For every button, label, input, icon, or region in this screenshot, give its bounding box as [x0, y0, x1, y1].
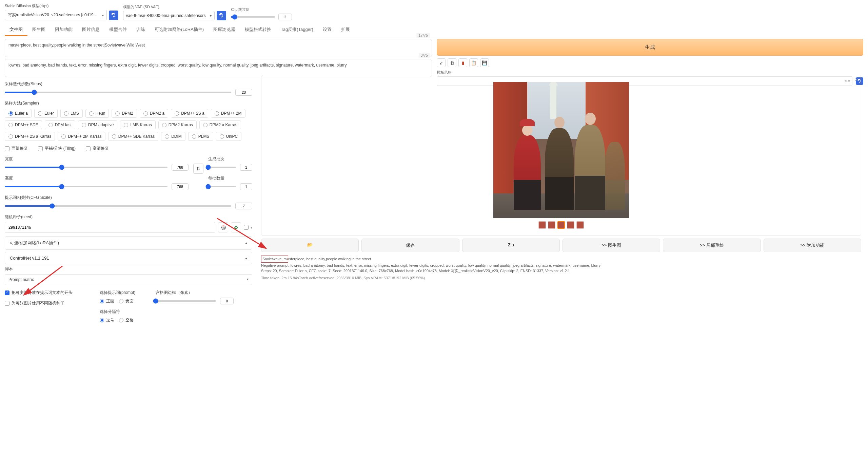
steps-slider[interactable]: [5, 92, 231, 93]
main-tabs: 文生图 图生图 附加功能 图片信息 模型合并 训练 可选附加网络(LoRA插件)…: [5, 24, 863, 36]
thumb-3[interactable]: [557, 221, 565, 229]
pm-positive-radio[interactable]: 正面: [100, 298, 114, 304]
seed-input[interactable]: [5, 222, 215, 233]
sampler-option[interactable]: Euler: [34, 109, 58, 118]
sampler-grid: Euler aEulerLMSHeunDPM2DPM2 aDPM++ 2S aD…: [5, 109, 252, 141]
seed-extra-check[interactable]: ▾: [244, 225, 252, 230]
neg-token-count: 0/75: [419, 53, 430, 58]
tab-tagger[interactable]: Tag反推(Tagger): [276, 24, 318, 36]
seed-random-button[interactable]: 🎲: [218, 222, 228, 232]
sampler-option[interactable]: DPM fast: [45, 120, 75, 129]
sampler-option[interactable]: DPM++ 2S a: [171, 109, 208, 118]
width-value[interactable]: [172, 164, 189, 171]
thumb-5[interactable]: [576, 221, 584, 229]
tab-pnginfo[interactable]: 图片信息: [77, 24, 104, 36]
pm-variable-front-check[interactable]: 把可变部分放在提示词文本的开头: [5, 290, 79, 296]
batch-count-value[interactable]: [240, 164, 252, 171]
tab-img2img[interactable]: 图生图: [27, 24, 50, 36]
output-image[interactable]: [493, 82, 629, 218]
prompt-input[interactable]: masterpiece, best quality,people walking…: [5, 39, 432, 57]
pm-margin-slider[interactable]: [156, 300, 216, 302]
width-slider[interactable]: [5, 167, 167, 168]
controlnet-accordion[interactable]: ControlNet v1.1.191 ◂: [5, 252, 252, 264]
to-extras-button[interactable]: >> 附加功能: [764, 239, 861, 252]
open-folder-button[interactable]: 📂: [261, 239, 359, 252]
pm-negative-radio[interactable]: 负面: [119, 298, 134, 304]
tab-extras[interactable]: 附加功能: [50, 24, 77, 36]
save-button[interactable]: 保存: [361, 239, 459, 252]
pm-margin-label: 宫格图边框（像素）: [156, 290, 234, 296]
vae-refresh-button[interactable]: [217, 11, 226, 20]
sampler-option[interactable]: DPM2 a: [140, 109, 168, 118]
sampler-option[interactable]: DPM2: [112, 109, 137, 118]
lora-accordion[interactable]: 可选附加网络(LoRA插件) ◂: [5, 236, 252, 250]
sampler-option[interactable]: DPM++ 2S a Karras: [5, 132, 55, 141]
save-icon-button[interactable]: 💾: [480, 58, 489, 67]
tab-merge[interactable]: 模型合并: [104, 24, 132, 36]
trash-icon-button[interactable]: 🗑: [448, 58, 456, 67]
clip-label: Clip 跳过层: [231, 7, 292, 12]
thumb-1[interactable]: [538, 221, 546, 229]
batch-count-slider[interactable]: [208, 167, 236, 168]
sampler-option[interactable]: LMS: [60, 109, 83, 118]
batch-size-value[interactable]: [240, 183, 252, 190]
sampler-option[interactable]: DDIM: [161, 132, 185, 141]
tab-lora[interactable]: 可选附加网络(LoRA插件): [150, 24, 209, 36]
tab-train[interactable]: 训练: [132, 24, 150, 36]
pm-margin-value[interactable]: [220, 298, 234, 304]
pm-space-radio[interactable]: 空格: [119, 317, 134, 323]
thumb-4[interactable]: [567, 221, 574, 229]
hires-check[interactable]: 高清修复: [86, 146, 109, 151]
height-slider[interactable]: [5, 186, 167, 187]
sampler-option[interactable]: DPM++ 2M Karras: [58, 132, 105, 141]
sampler-option[interactable]: DPM++ 2M: [211, 109, 245, 118]
tab-settings[interactable]: 设置: [318, 24, 336, 36]
sampler-option[interactable]: DPM++ SDE Karras: [108, 132, 158, 141]
tab-gallery[interactable]: 图库浏览器: [209, 24, 240, 36]
generate-button[interactable]: 生成: [437, 39, 863, 56]
sampler-option[interactable]: Euler a: [5, 109, 32, 118]
to-img2img-button[interactable]: >> 图生图: [563, 239, 660, 252]
clipboard-button[interactable]: 📋: [469, 58, 478, 67]
batch-size-slider[interactable]: [208, 186, 236, 187]
tiling-check[interactable]: 平铺/分块 (Tiling): [38, 146, 76, 151]
sampler-option[interactable]: Heun: [85, 109, 109, 118]
tab-extensions[interactable]: 扩展: [336, 24, 355, 36]
script-select[interactable]: Prompt matrix: [5, 274, 252, 285]
cfg-slider[interactable]: [5, 205, 231, 207]
ckpt-refresh-button[interactable]: [109, 11, 118, 20]
cfg-label: 提示词相关性(CFG Scale): [5, 195, 252, 201]
sampler-option[interactable]: DPM2 Karras: [158, 120, 197, 129]
chevron-left-icon: ◂: [245, 256, 247, 261]
sampler-option[interactable]: UniPC: [216, 132, 242, 141]
thumb-2[interactable]: [548, 221, 555, 229]
steps-value[interactable]: [235, 89, 252, 96]
refresh-icon: [111, 13, 116, 18]
pm-diff-seed-check[interactable]: 为每张图片使用不同随机种子: [5, 300, 79, 306]
clip-value[interactable]: [278, 14, 292, 20]
pm-comma-radio[interactable]: 逗号: [100, 317, 114, 323]
sampler-option[interactable]: PLMS: [188, 132, 213, 141]
cfg-value[interactable]: [235, 203, 252, 209]
clip-slider[interactable]: [231, 16, 275, 18]
height-value[interactable]: [172, 183, 189, 190]
zip-button[interactable]: Zip: [462, 239, 560, 252]
arrow-icon-button[interactable]: ↙: [437, 58, 446, 67]
to-inpaint-button[interactable]: >> 局部重绘: [663, 239, 761, 252]
seed-reuse-button[interactable]: ♻: [231, 222, 241, 232]
sampler-option[interactable]: DPM adaptive: [78, 120, 117, 129]
tab-txt2img[interactable]: 文生图: [5, 24, 27, 36]
swap-dimensions-button[interactable]: ⇅: [193, 164, 203, 174]
sampler-option[interactable]: DPM2 a Karras: [199, 120, 241, 129]
preset1-button[interactable]: ▮: [458, 58, 467, 67]
vae-select[interactable]: vae-ft-mse-840000-ema-pruned.safetensors: [123, 11, 215, 20]
tab-convert[interactable]: 模型格式转换: [240, 24, 276, 36]
sampler-option[interactable]: DPM++ SDE: [5, 120, 42, 129]
face-restore-check[interactable]: 面部修复: [5, 146, 28, 151]
pm-delim-label: 选择分隔符: [100, 309, 135, 315]
sampler-label: 采样方法(Sampler): [5, 100, 252, 106]
gallery-close-icon[interactable]: ✕: [855, 77, 858, 82]
sampler-option[interactable]: LMS Karras: [120, 120, 155, 129]
ckpt-select[interactable]: 写实\realisticVisionV20_v20.safetensors [c…: [5, 10, 107, 20]
ckpt-label: Stable Diffusion 模型(ckpt): [5, 3, 118, 8]
